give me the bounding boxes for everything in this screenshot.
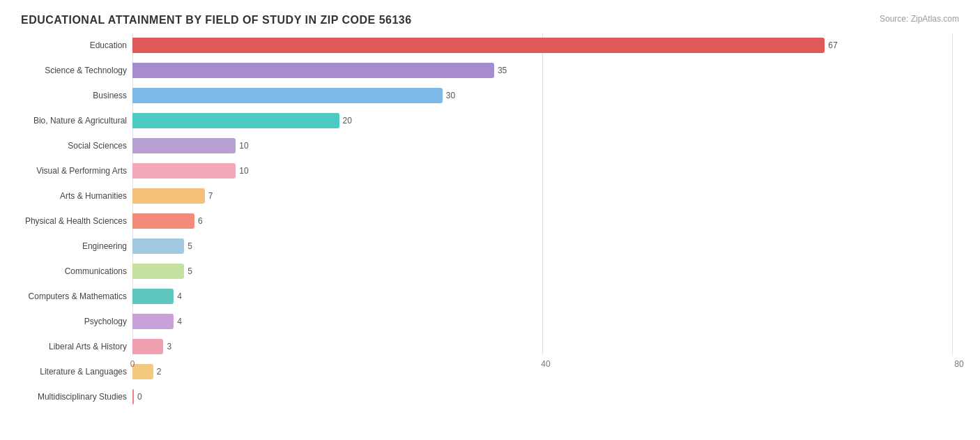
bar-row: Psychology4 [21,310,959,333]
x-axis-label: 0 [130,359,135,369]
bar-track: 6 [132,213,959,229]
x-axis-label: 80 [954,359,963,369]
bar: 10 [132,138,236,153]
bar-label: Science & Technology [21,66,132,75]
bar-label: Communications [21,266,132,276]
bar-label: Arts & Humanities [21,191,132,201]
bar-label: Engineering [21,241,132,251]
bar-value: 10 [239,141,248,151]
bar-value: 5 [187,266,192,276]
bar-row: Liberal Arts & History3 [21,335,959,358]
chart-title: EDUCATIONAL ATTAINMENT BY FIELD OF STUDY… [21,14,959,26]
bar: 3 [132,339,163,354]
bar-row: Computers & Mathematics4 [21,285,959,308]
bar-label: Bio, Nature & Agricultural [21,116,132,126]
bar-label: Physical & Health Sciences [21,216,132,226]
bar-label: Computers & Mathematics [21,291,132,301]
bar-value: 0 [137,392,142,402]
bar-track: 5 [132,264,959,279]
bar-row: Visual & Performing Arts10 [21,159,959,183]
bar: 30 [132,88,443,103]
bar-track: 4 [132,289,959,304]
bar: 6 [132,213,194,229]
bar-row: Multidisciplinary Studies0 [21,385,959,409]
chart-area: Education67Science & Technology35Busines… [21,33,959,376]
bar-value: 4 [177,317,182,326]
bar-label: Multidisciplinary Studies [21,392,132,402]
bar: 20 [132,113,339,128]
bar-row: Science & Technology35 [21,59,959,82]
bar-track: 20 [132,113,959,128]
bar-row: Arts & Humanities7 [21,184,959,208]
bar-value: 67 [828,40,837,50]
bar-value: 4 [177,291,182,301]
bar-value: 10 [239,166,248,176]
bar-track: 4 [132,314,959,329]
bar-row: Physical & Health Sciences6 [21,209,959,233]
bar-label: Business [21,91,132,100]
bar-value: 35 [498,66,507,75]
bar: 35 [132,63,494,78]
bar-value: 5 [187,241,192,251]
bar: 0 [132,389,134,404]
bar-label: Visual & Performing Arts [21,166,132,176]
x-axis: 04080 [132,359,959,373]
bar-track: 35 [132,63,959,78]
bar-row: Engineering5 [21,234,959,258]
bar-label: Literature & Languages [21,367,132,377]
bar-value: 6 [198,216,203,226]
bar-row: Social Sciences10 [21,134,959,158]
bar: 5 [132,238,184,254]
bar-label: Education [21,40,132,50]
bar-value: 3 [167,342,171,351]
bars-section: Education67Science & Technology35Busines… [21,33,959,355]
bar: 10 [132,163,236,179]
bar-value: 30 [446,91,455,100]
bar-row: Business30 [21,84,959,107]
bar-track: 30 [132,88,959,103]
bar: 4 [132,289,174,304]
bar-track: 7 [132,188,959,204]
bar-label: Liberal Arts & History [21,342,132,351]
bar: 67 [132,38,825,53]
bar-track: 3 [132,339,959,354]
bar-track: 5 [132,238,959,254]
x-axis-label: 40 [541,359,550,369]
bar-row: Education67 [21,33,959,57]
bar: 5 [132,264,184,279]
bar-label: Psychology [21,317,132,326]
bar-row: Bio, Nature & Agricultural20 [21,109,959,132]
chart-container: EDUCATIONAL ATTAINMENT BY FIELD OF STUDY… [0,0,980,440]
bar-value: 20 [343,116,352,126]
bar-label: Social Sciences [21,141,132,151]
source-text: Source: ZipAtlas.com [880,14,959,24]
bar-track: 67 [132,38,959,53]
bar-row: Communications5 [21,259,959,283]
bar: 4 [132,314,174,329]
bar-value: 7 [208,191,213,201]
bar: 7 [132,188,205,204]
bar-track: 10 [132,138,959,153]
bar-track: 0 [132,389,959,404]
bar-track: 10 [132,163,959,179]
